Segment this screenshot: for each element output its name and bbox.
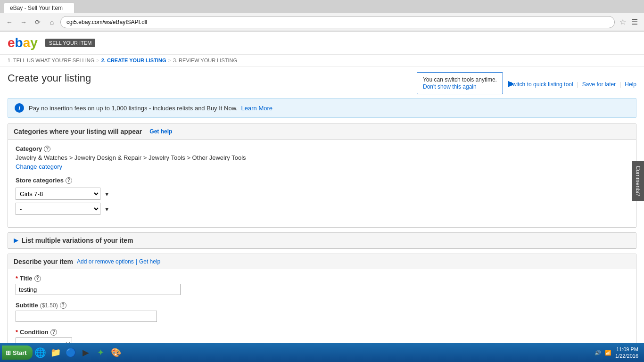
page-title: Create your listing xyxy=(8,72,91,84)
taskbar-green-icon[interactable]: ✦ xyxy=(94,346,108,360)
taskbar-media-icon[interactable]: ▶ xyxy=(79,346,93,360)
store-categories-help-icon[interactable]: ? xyxy=(66,177,72,184)
title-label-row: * Title ? xyxy=(16,275,628,282)
describe-header: Describe your item Add or remove options… xyxy=(8,254,636,269)
learn-more-link[interactable]: Learn More xyxy=(241,105,272,112)
taskbar-tray: 🔊 📶 11:09 PM 1/22/2016 xyxy=(594,346,642,360)
step-sep-2: > xyxy=(168,58,171,63)
categories-section-body: Category ? Jewelry & Watches > Jewelry D… xyxy=(8,140,636,227)
dont-show-again-link[interactable]: Don't show this again xyxy=(423,83,477,90)
taskbar-ie-icon[interactable]: 🌐 xyxy=(33,346,48,360)
category-path: Jewelry & Watches > Jewelry Design & Rep… xyxy=(16,154,628,161)
condition-label-row: * Condition ? xyxy=(16,329,628,336)
switch-to-quick-link[interactable]: Switch to quick listing tool xyxy=(509,81,573,88)
browser-toolbar: ← → ⟳ ⌂ ☆ ☰ xyxy=(0,13,644,31)
describe-title: Describe your item xyxy=(14,258,73,265)
address-bar[interactable] xyxy=(60,16,615,28)
tray-volume-icon: 🔊 xyxy=(594,350,601,356)
categories-title: Categories where your listing will appea… xyxy=(14,128,142,135)
step-1: 1. TELL US WHAT YOU'RE SELLING xyxy=(8,58,94,63)
list-variations-section: ▶ List multiple variations of your item xyxy=(8,232,636,249)
title-label: Title xyxy=(20,275,33,282)
step-2: 2. CREATE YOUR LISTING xyxy=(101,58,166,63)
title-required-star: * xyxy=(16,275,18,282)
change-category-link[interactable]: Change category xyxy=(16,163,62,170)
start-button[interactable]: ⊞ Start xyxy=(2,346,33,360)
forward-button[interactable]: → xyxy=(18,16,29,28)
store-category-dropdown-1[interactable]: Girls 7-8 xyxy=(16,188,100,200)
store-category-dropdown-2[interactable]: - xyxy=(16,203,100,215)
condition-required-star: * xyxy=(16,329,18,336)
category-label: Category ? xyxy=(16,145,628,152)
subtitle-label-row: Subtitle ($1.50) ? xyxy=(16,302,628,309)
switch-tools-links: Switch to quick listing tool | Save for … xyxy=(509,81,636,88)
store-dropdown2-row: - ▼ xyxy=(16,203,628,215)
categories-section: Categories where your listing will appea… xyxy=(8,123,636,228)
taskbar: ⊞ Start 🌐 📁 🔵 ▶ ✦ 🎨 🔊 📶 11:09 PM 1/22/20… xyxy=(0,343,644,362)
ebay-logo: ebay xyxy=(8,35,38,50)
store-dropdown1-row: Girls 7-8 ▼ xyxy=(16,188,628,200)
list-variations-arrow-icon: ▶ xyxy=(14,237,18,244)
browser-chrome: eBay - Sell Your Item ← → ⟳ ⌂ ☆ ☰ xyxy=(0,0,644,32)
list-variations-title: List multiple variations of your item xyxy=(22,237,133,244)
browser-menu-button[interactable]: ☰ xyxy=(629,16,640,28)
category-field: Category ? Jewelry & Watches > Jewelry D… xyxy=(16,145,628,170)
condition-help-icon[interactable]: ? xyxy=(50,329,57,336)
dropdown-arrow-2: ▼ xyxy=(104,206,110,213)
step-sep-1: > xyxy=(96,58,99,63)
info-banner-text: Pay no insertion fees on up to 1,000 lis… xyxy=(29,105,272,112)
subtitle-cost: ($1.50) xyxy=(40,302,58,309)
categories-section-header: Categories where your listing will appea… xyxy=(8,124,636,140)
taskbar-paint-icon[interactable]: 🎨 xyxy=(109,346,123,360)
info-icon: i xyxy=(15,103,24,113)
browser-tab[interactable]: eBay - Sell Your Item xyxy=(4,2,74,13)
taskbar-clock: 11:09 PM 1/22/2016 xyxy=(615,346,638,360)
windows-logo-icon: ⊞ xyxy=(6,349,11,356)
describe-link-separator: | xyxy=(136,258,137,265)
bookmark-star-icon[interactable]: ☆ xyxy=(619,17,626,26)
title-help-icon[interactable]: ? xyxy=(34,275,41,282)
subtitle-input[interactable] xyxy=(16,311,157,322)
back-button[interactable]: ← xyxy=(4,16,15,28)
describe-get-help-link[interactable]: Get help xyxy=(139,258,160,265)
subtitle-label: Subtitle xyxy=(16,302,38,309)
title-input[interactable] xyxy=(16,284,181,295)
describe-links: Add or remove options | Get help xyxy=(77,258,160,265)
list-variations-header[interactable]: ▶ List multiple variations of your item xyxy=(8,233,636,248)
link-separator: | xyxy=(577,81,578,88)
step-3: 3. REVIEW YOUR LISTING xyxy=(173,58,237,63)
tab-title: eBay - Sell Your Item xyxy=(10,5,63,11)
taskbar-folder-icon[interactable]: 📁 xyxy=(49,346,63,360)
ebay-header: ebay SELL YOUR ITEM xyxy=(0,32,644,55)
taskbar-chrome-icon[interactable]: 🔵 xyxy=(64,346,78,360)
switch-tools-line1: You can switch tools anytime. xyxy=(423,76,497,83)
ebay-page: ebay SELL YOUR ITEM 1. TELL US WHAT YOU'… xyxy=(0,32,644,362)
title-field: * Title ? xyxy=(16,275,628,295)
browser-tab-bar: eBay - Sell Your Item xyxy=(0,0,644,13)
subtitle-field: Subtitle ($1.50) ? xyxy=(16,302,628,322)
add-or-remove-options-link[interactable]: Add or remove options xyxy=(77,258,134,265)
info-banner: i Pay no insertion fees on up to 1,000 l… xyxy=(8,98,636,118)
reload-button[interactable]: ⟳ xyxy=(32,16,43,28)
store-categories-label: Store categories ? xyxy=(16,177,628,184)
condition-label: Condition xyxy=(20,329,49,336)
switch-tools-area: You can switch tools anytime. Don't show… xyxy=(417,72,503,94)
page-header-row: Create your listing You can switch tools… xyxy=(0,66,644,98)
category-help-icon[interactable]: ? xyxy=(44,146,50,152)
tray-network-icon: 📶 xyxy=(605,350,611,356)
categories-get-help-link[interactable]: Get help xyxy=(149,128,172,135)
link-separator-2: | xyxy=(619,81,621,88)
sell-your-item-badge: SELL YOUR ITEM xyxy=(45,39,95,47)
save-for-later-link[interactable]: Save for later xyxy=(582,81,616,88)
switch-tools-box: You can switch tools anytime. Don't show… xyxy=(417,72,503,94)
help-link[interactable]: Help xyxy=(625,81,636,88)
steps-bar: 1. TELL US WHAT YOU'RE SELLING > 2. CREA… xyxy=(0,55,644,66)
store-categories-field: Store categories ? Girls 7-8 ▼ - ▼ xyxy=(16,177,628,215)
switch-tools-arrow-icon: ▶ xyxy=(508,78,514,89)
dropdown-arrow-1: ▼ xyxy=(104,191,110,197)
comments-tab[interactable]: Comments? xyxy=(632,161,644,201)
subtitle-help-icon[interactable]: ? xyxy=(60,302,66,309)
home-button[interactable]: ⌂ xyxy=(46,16,58,28)
